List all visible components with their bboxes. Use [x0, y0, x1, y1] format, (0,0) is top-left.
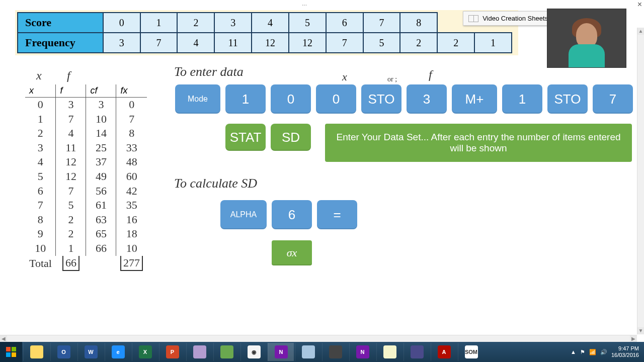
close-button[interactable]: × — [637, 0, 642, 9]
frequency-header: Frequency — [18, 33, 103, 53]
total-label: Total — [25, 256, 56, 272]
taskbar-som[interactable]: SOM — [458, 343, 484, 361]
sigma-x-button[interactable]: σx — [272, 240, 312, 265]
sto-button[interactable]: STO — [361, 84, 401, 114]
col-cf-header: cf — [86, 84, 116, 98]
button-row-enter-data: Mode 1 0 0 STO 3 M+ 1 STO 7 — [175, 84, 633, 114]
table-row: 5124960 — [25, 169, 147, 184]
num-0-button-b[interactable]: 0 — [316, 84, 356, 114]
taskbar-word[interactable]: W — [77, 343, 104, 361]
num-0-button[interactable]: 0 — [271, 84, 311, 114]
col-fx-header: fx — [116, 84, 147, 98]
horizontal-scrollbar[interactable]: ◀ ▶ — [0, 335, 637, 342]
table-row: 24148 — [25, 126, 147, 141]
num-6-button[interactable]: 6 — [272, 200, 312, 229]
taskbar-chrome[interactable]: ◉ — [240, 343, 267, 361]
taskbar-onenote[interactable]: N — [268, 343, 294, 361]
table-row: 1016610 — [25, 241, 147, 256]
taskbar-notepad[interactable] — [376, 343, 403, 361]
table-row: 826316 — [25, 213, 147, 227]
scroll-up-icon[interactable]: ▲ — [637, 28, 644, 35]
mode-button[interactable]: Mode — [175, 84, 220, 114]
table-row: 3112533 — [25, 141, 147, 155]
table-row: Frequency 3 7 4 11 12 12 7 5 2 2 1 — [18, 33, 512, 53]
clock[interactable]: 9:47 PM 16/03/2016 — [611, 345, 639, 358]
handwriting-enter-data: To enter data — [174, 64, 244, 79]
table-row: 675642 — [25, 184, 147, 199]
taskbar: OWeXP◉NNASOM ▲ ⚑ 📶 🔊 9:47 PM 16/03/2016 — [0, 342, 644, 362]
scroll-left-icon[interactable]: ◀ — [0, 335, 7, 342]
total-fx: 277 — [120, 256, 143, 272]
alpha-button[interactable]: ALPHA — [220, 200, 267, 229]
col-f-header: f — [56, 84, 86, 98]
taskbar-app3[interactable] — [322, 343, 348, 361]
handwriting-calc-sd: To calculate SD — [174, 176, 257, 191]
sto-button-b[interactable]: STO — [547, 84, 588, 114]
taskbar-app4[interactable] — [404, 343, 430, 361]
handwriting-f: f — [67, 69, 70, 82]
button-row-sd: ALPHA 6 = — [220, 200, 357, 229]
num-1-button[interactable]: 1 — [225, 84, 266, 114]
taskbar-app1[interactable] — [186, 343, 212, 361]
webcam-feed — [547, 9, 626, 68]
volume-icon[interactable]: 🔊 — [600, 349, 607, 355]
sd-button[interactable]: SD — [271, 124, 311, 151]
taskbar-onenote2[interactable]: N — [349, 343, 375, 361]
total-f: 66 — [62, 256, 79, 272]
stat-button[interactable]: STAT — [225, 124, 266, 151]
scroll-down-icon[interactable]: ▼ — [637, 327, 644, 334]
button-row-sigma: σx — [272, 240, 312, 265]
table-row: 926518 — [25, 227, 147, 241]
popup-title: Video Creation Sheets — [482, 15, 548, 22]
handwriting-x: x — [36, 69, 42, 82]
flag-icon[interactable]: ⚑ — [580, 349, 585, 355]
title-ellipsis: ... — [302, 0, 307, 7]
system-tray[interactable]: ▲ ⚑ 📶 🔊 9:47 PM 16/03/2016 — [571, 345, 644, 358]
equals-button[interactable]: = — [317, 200, 357, 229]
notification-popup[interactable]: Video Creation Sheets — [463, 11, 553, 26]
book-icon — [468, 15, 478, 22]
taskbar-calc[interactable] — [295, 343, 321, 361]
score-frequency-table: Score 0 1 2 3 4 5 6 7 8 Frequency 3 7 4 … — [15, 10, 518, 55]
wifi-icon[interactable]: 📶 — [589, 349, 596, 355]
button-row-stat: STAT SD Enter Your Data Set... After eac… — [225, 124, 632, 162]
taskbar-file-explorer[interactable] — [23, 343, 49, 361]
info-message: Enter Your Data Set... After each entry … — [325, 124, 632, 162]
mplus-button[interactable]: M+ — [452, 84, 497, 114]
taskbar-app2[interactable] — [213, 343, 239, 361]
start-button[interactable] — [0, 342, 22, 362]
handwriting-arrow: or ; — [387, 75, 397, 83]
tray-icon[interactable]: ▲ — [571, 349, 576, 355]
score-header: Score — [18, 13, 103, 33]
table-row: 756135 — [25, 198, 147, 213]
taskbar-excel[interactable]: X — [132, 343, 158, 361]
taskbar-powerpoint[interactable]: P — [159, 343, 185, 361]
num-3-button[interactable]: 3 — [407, 84, 447, 114]
num-7-button[interactable]: 7 — [593, 84, 633, 114]
handwriting-x2: x — [342, 70, 347, 83]
scroll-right-icon[interactable]: ▶ — [630, 335, 637, 342]
table-row: Score 0 1 2 3 4 5 6 7 8 — [18, 13, 512, 33]
table-row: 0330 — [25, 98, 147, 112]
vertical-scrollbar[interactable]: ▲ ▼ — [637, 28, 644, 334]
frequency-data-table: x f cf fx 033017107241483112533412374851… — [25, 84, 147, 271]
taskbar-ie[interactable]: e — [105, 343, 131, 361]
num-1-button-b[interactable]: 1 — [502, 84, 542, 114]
windows-icon — [6, 347, 16, 357]
table-row: 17107 — [25, 112, 147, 127]
taskbar-outlook[interactable]: O — [50, 343, 76, 361]
handwriting-f2: f — [429, 68, 432, 81]
col-x-header: x — [25, 84, 56, 98]
taskbar-adobe[interactable]: A — [431, 343, 457, 361]
table-row: 4123748 — [25, 155, 147, 169]
